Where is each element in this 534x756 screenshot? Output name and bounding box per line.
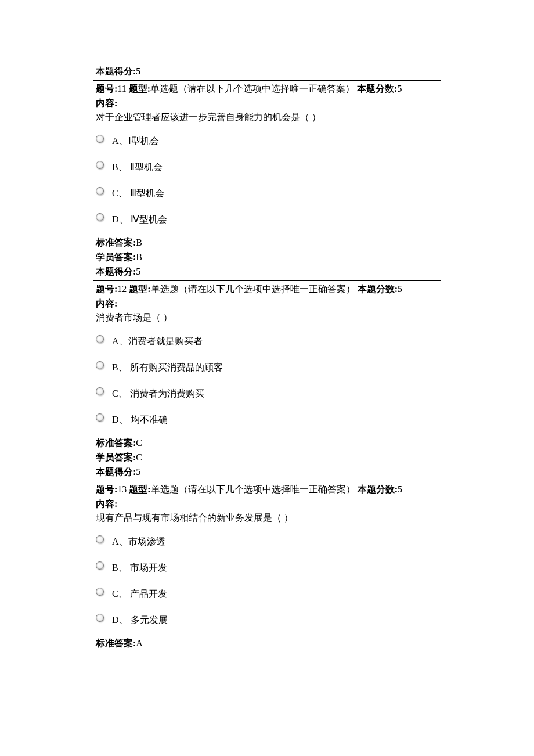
radio-cell[interactable] bbox=[96, 154, 112, 181]
qscore-label: 本题分数: bbox=[357, 84, 397, 93]
option-text: D、 Ⅳ型机会 bbox=[112, 207, 171, 233]
qno-value: 13 bbox=[117, 484, 127, 494]
qno-label: 题号: bbox=[96, 84, 117, 93]
option-row[interactable]: D、 Ⅳ型机会 bbox=[96, 207, 171, 233]
option-row[interactable]: D、 均不准确 bbox=[96, 407, 226, 433]
qtype-label: 题型: bbox=[129, 284, 150, 294]
qtype-label: 题型: bbox=[129, 484, 150, 494]
quiz-table: 本题得分:5 题号:11 题型:单选题（请在以下几个选项中选择唯一正确答案） 本… bbox=[93, 63, 441, 652]
qno-value: 12 bbox=[117, 284, 127, 294]
question-header: 题号:11 题型:单选题（请在以下几个选项中选择唯一正确答案） 本题分数:5 bbox=[96, 82, 438, 96]
radio-icon[interactable] bbox=[96, 161, 104, 169]
radio-cell[interactable] bbox=[96, 329, 112, 355]
qtype-value: 单选题（请在以下几个选项中选择唯一正确答案） bbox=[151, 484, 355, 494]
stu-answer-value: C bbox=[136, 452, 142, 462]
content-label: 内容: bbox=[96, 297, 438, 311]
radio-cell[interactable] bbox=[96, 555, 112, 581]
table-row: 题号:12 题型:单选题（请在以下几个选项中选择唯一正确答案） 本题分数:5 内… bbox=[93, 280, 441, 481]
question-cell: 题号:13 题型:单选题（请在以下几个选项中选择唯一正确答案） 本题分数:5 内… bbox=[93, 481, 441, 652]
radio-cell[interactable] bbox=[96, 381, 112, 407]
qscore-value: 5 bbox=[397, 84, 402, 93]
std-answer-label: 标准答案: bbox=[96, 638, 136, 648]
qno-value: 11 bbox=[117, 84, 126, 93]
qscore-label: 本题分数: bbox=[358, 484, 398, 494]
option-row[interactable]: C、 产品开发 bbox=[96, 581, 171, 607]
option-row[interactable]: B、 所有购买消费品的顾客 bbox=[96, 355, 226, 381]
radio-cell[interactable] bbox=[96, 355, 112, 381]
radio-icon[interactable] bbox=[96, 614, 104, 622]
this-score-line: 本题得分:5 bbox=[96, 465, 438, 480]
option-text: A、Ⅰ型机会 bbox=[112, 128, 171, 154]
radio-icon[interactable] bbox=[96, 535, 104, 543]
radio-cell[interactable] bbox=[96, 128, 112, 154]
qscore-value: 5 bbox=[398, 284, 402, 294]
radio-cell[interactable] bbox=[96, 529, 112, 555]
question-cell: 题号:12 题型:单选题（请在以下几个选项中选择唯一正确答案） 本题分数:5 内… bbox=[93, 280, 441, 481]
radio-icon[interactable] bbox=[96, 561, 104, 570]
options-group: A、市场渗透 B、 市场开发 C、 产品开发 D、 多元发展 bbox=[96, 529, 171, 633]
this-score-label: 本题得分: bbox=[96, 267, 136, 276]
question-header: 题号:13 题型:单选题（请在以下几个选项中选择唯一正确答案） 本题分数:5 bbox=[96, 483, 438, 497]
radio-icon[interactable] bbox=[96, 588, 104, 596]
table-row: 题号:11 题型:单选题（请在以下几个选项中选择唯一正确答案） 本题分数:5 内… bbox=[93, 80, 441, 280]
radio-icon[interactable] bbox=[96, 135, 104, 143]
std-answer-line: 标准答案:C bbox=[96, 436, 438, 451]
radio-cell[interactable] bbox=[96, 207, 112, 233]
radio-icon[interactable] bbox=[96, 335, 104, 343]
radio-icon[interactable] bbox=[96, 413, 104, 422]
option-text: C、 Ⅲ型机会 bbox=[112, 181, 171, 207]
prev-question-score-cell: 本题得分:5 bbox=[93, 63, 441, 81]
std-answer-line: 标准答案:B bbox=[96, 236, 438, 250]
option-row[interactable]: C、 消费者为消费购买 bbox=[96, 381, 226, 407]
qtype-label: 题型: bbox=[129, 84, 150, 93]
radio-icon[interactable] bbox=[96, 361, 104, 369]
stu-answer-line: 学员答案:C bbox=[96, 451, 438, 465]
std-answer-line: 标准答案:A bbox=[96, 636, 438, 651]
radio-cell[interactable] bbox=[96, 581, 112, 607]
option-row[interactable]: C、 Ⅲ型机会 bbox=[96, 181, 171, 207]
content-label: 内容: bbox=[96, 96, 438, 111]
qtype-value: 单选题（请在以下几个选项中选择唯一正确答案） bbox=[151, 284, 355, 294]
option-text: B、 Ⅱ型机会 bbox=[112, 154, 171, 181]
this-score-label: 本题得分: bbox=[96, 467, 136, 477]
std-answer-value: A bbox=[136, 638, 143, 648]
content-label: 内容: bbox=[96, 497, 438, 512]
option-text: C、 产品开发 bbox=[112, 581, 171, 607]
table-row: 题号:13 题型:单选题（请在以下几个选项中选择唯一正确答案） 本题分数:5 内… bbox=[93, 481, 441, 652]
stu-answer-line: 学员答案:B bbox=[96, 250, 438, 265]
option-row[interactable]: A、Ⅰ型机会 bbox=[96, 128, 171, 154]
option-row[interactable]: B、 Ⅱ型机会 bbox=[96, 154, 171, 181]
option-row[interactable]: A、市场渗透 bbox=[96, 529, 171, 555]
option-text: D、 均不准确 bbox=[112, 407, 226, 433]
qscore-value: 5 bbox=[398, 484, 402, 494]
qno-label: 题号: bbox=[96, 284, 117, 294]
page: 本题得分:5 题号:11 题型:单选题（请在以下几个选项中选择唯一正确答案） 本… bbox=[0, 0, 534, 756]
radio-icon[interactable] bbox=[96, 213, 104, 221]
this-score-line: 本题得分:5 bbox=[96, 265, 438, 279]
option-text: D、 多元发展 bbox=[112, 607, 171, 633]
std-answer-label: 标准答案: bbox=[96, 237, 136, 247]
option-text: B、 所有购买消费品的顾客 bbox=[112, 355, 226, 381]
qno-label: 题号: bbox=[96, 484, 117, 494]
std-answer-label: 标准答案: bbox=[96, 438, 136, 448]
option-row[interactable]: D、 多元发展 bbox=[96, 607, 171, 633]
option-row[interactable]: A、消费者就是购买者 bbox=[96, 329, 226, 355]
option-text: B、 市场开发 bbox=[112, 555, 171, 581]
radio-cell[interactable] bbox=[96, 181, 112, 207]
options-group: A、消费者就是购买者 B、 所有购买消费品的顾客 C、 消费者为消费购买 D、 … bbox=[96, 329, 226, 433]
radio-cell[interactable] bbox=[96, 607, 112, 633]
table-row: 本题得分:5 bbox=[93, 63, 441, 81]
option-text: C、 消费者为消费购买 bbox=[112, 381, 226, 407]
radio-cell[interactable] bbox=[96, 407, 112, 433]
stu-answer-label: 学员答案: bbox=[96, 452, 136, 462]
question-header: 题号:12 题型:单选题（请在以下几个选项中选择唯一正确答案） 本题分数:5 bbox=[96, 282, 438, 297]
question-stem: 消费者市场是（ ） bbox=[96, 311, 438, 325]
stu-answer-label: 学员答案: bbox=[96, 252, 136, 262]
option-row[interactable]: B、 市场开发 bbox=[96, 555, 171, 581]
qtype-value: 单选题（请在以下几个选项中选择唯一正确答案） bbox=[150, 84, 355, 93]
radio-icon[interactable] bbox=[96, 387, 104, 395]
radio-icon[interactable] bbox=[96, 187, 104, 195]
option-text: A、消费者就是购买者 bbox=[112, 329, 226, 355]
qscore-label: 本题分数: bbox=[358, 284, 398, 294]
this-score-value: 5 bbox=[136, 267, 140, 276]
